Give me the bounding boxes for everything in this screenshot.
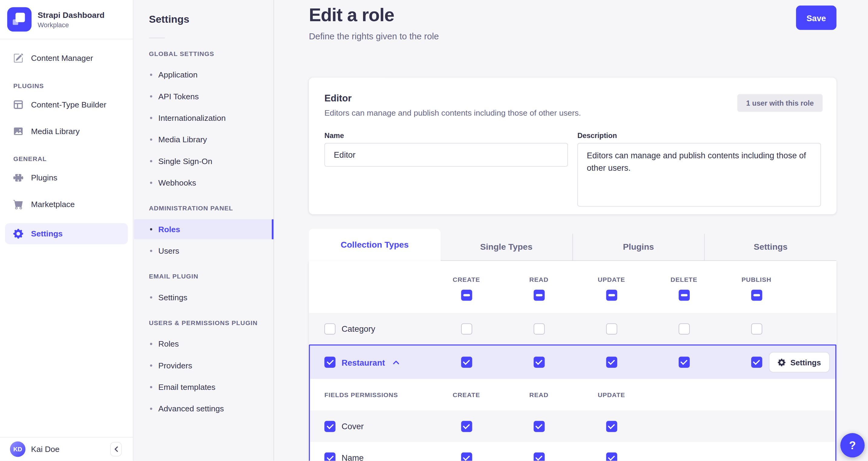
- page-title: Edit a role: [309, 4, 439, 26]
- category-create-checkbox[interactable]: [461, 323, 472, 335]
- row-label-cell: Name: [310, 452, 430, 461]
- cover-create-checkbox[interactable]: [461, 421, 472, 432]
- subnav-item-email-templates[interactable]: Email templates: [134, 377, 274, 397]
- select-all-publish-checkbox[interactable]: [751, 290, 762, 301]
- page-subtitle: Define the rights given to the role: [309, 31, 439, 41]
- category-delete-checkbox[interactable]: [678, 323, 689, 335]
- column-read: READ: [502, 261, 575, 313]
- restaurant-expanded-group: Restaurant Setting: [309, 344, 837, 461]
- puzzle-icon: [13, 173, 23, 183]
- subnav-item-application[interactable]: Application: [134, 65, 274, 85]
- sidebar-item-plugins[interactable]: Plugins: [0, 167, 133, 189]
- name-read-checkbox[interactable]: [533, 452, 545, 461]
- column-create: CREATE: [430, 261, 503, 313]
- users-with-role-badge[interactable]: 1 user with this role: [737, 94, 823, 112]
- select-all-read-checkbox[interactable]: [533, 290, 545, 301]
- page-header-text: Edit a role Define the rights given to t…: [309, 4, 439, 42]
- subnav-item-label: Single Sign-On: [158, 157, 212, 166]
- tab-single-types[interactable]: Single Types: [440, 234, 572, 261]
- cell: [575, 356, 648, 368]
- subnav-item-advanced-settings[interactable]: Advanced settings: [134, 399, 274, 419]
- row-label-cell: Category: [309, 323, 430, 335]
- sidebar-collapse-button[interactable]: [110, 442, 122, 457]
- subnav-section-email-plugin: EMAIL PLUGIN: [149, 273, 274, 280]
- subnav-item-label: Providers: [158, 361, 192, 370]
- description-field-group: Description Editors can manage and publi…: [577, 132, 821, 209]
- avatar[interactable]: KD: [10, 441, 25, 457]
- permissions-table: CREATE READ UPDATE DELETE PUBLISH: [309, 261, 837, 461]
- sidebar-item-marketplace[interactable]: Marketplace: [0, 194, 133, 215]
- name-label: Name: [324, 132, 568, 140]
- select-all-delete-checkbox[interactable]: [678, 290, 689, 301]
- description-input[interactable]: Editors can manage and publish contents …: [577, 143, 821, 206]
- restaurant-settings-button[interactable]: Settings: [769, 352, 830, 373]
- page-header: Edit a role Define the rights given to t…: [309, 0, 837, 41]
- save-button[interactable]: Save: [796, 5, 837, 30]
- row-label: Name: [342, 453, 364, 461]
- subnav-item-email-settings[interactable]: Settings: [134, 288, 274, 308]
- subnav-item-providers[interactable]: Providers: [134, 356, 274, 376]
- category-update-checkbox[interactable]: [606, 323, 617, 335]
- subnav-item-roles-admin[interactable]: Roles: [134, 220, 274, 239]
- sidebar-item-media-library[interactable]: Media Library: [0, 120, 133, 142]
- subnav-item-api-tokens[interactable]: API Tokens: [134, 86, 274, 106]
- fields-permissions-header: FIELDS PERMISSIONS CREATE READ UPDATE: [310, 379, 835, 410]
- pen-icon: [13, 53, 23, 63]
- cover-read-checkbox[interactable]: [533, 421, 545, 432]
- subnav-item-label: Advanced settings: [158, 404, 224, 413]
- table-row-cover: Cover: [310, 410, 835, 442]
- tab-collection-types[interactable]: Collection Types: [309, 229, 440, 261]
- subnav-item-webhooks[interactable]: Webhooks: [134, 173, 274, 193]
- sidebar-item-label: Content-Type Builder: [31, 100, 106, 109]
- cover-row-checkbox[interactable]: [324, 421, 336, 432]
- user-name: Kai Doe: [31, 445, 104, 454]
- restaurant-create-checkbox[interactable]: [461, 356, 472, 368]
- row-label[interactable]: Category: [342, 324, 375, 333]
- subnav-item-label: Webhooks: [158, 178, 196, 187]
- restaurant-delete-checkbox[interactable]: [678, 356, 689, 368]
- name-row-checkbox[interactable]: [324, 452, 336, 461]
- name-input[interactable]: [324, 143, 568, 167]
- subnav-item-media-library[interactable]: Media Library: [134, 129, 274, 149]
- category-read-checkbox[interactable]: [533, 323, 545, 335]
- sidebar-item-label: Content Manager: [31, 54, 93, 62]
- restaurant-publish-checkbox[interactable]: [751, 356, 762, 368]
- main-content: Edit a role Define the rights given to t…: [275, 0, 868, 461]
- select-all-update-checkbox[interactable]: [606, 290, 617, 301]
- spacer: [309, 261, 430, 313]
- tab-settings[interactable]: Settings: [704, 234, 837, 261]
- subnav-item-users[interactable]: Users: [134, 241, 274, 261]
- strapi-logo-icon: [7, 7, 32, 32]
- cover-update-checkbox[interactable]: [606, 421, 617, 432]
- subnav-item-single-sign-on[interactable]: Single Sign-On: [134, 151, 274, 171]
- subnav-section-users-permissions-plugin: USERS & PERMISSIONS PLUGIN: [149, 320, 274, 326]
- sidebar-item-settings[interactable]: Settings: [5, 223, 128, 244]
- subnav-item-roles-up[interactable]: Roles: [134, 334, 274, 354]
- name-update-checkbox[interactable]: [606, 452, 617, 461]
- cell: [430, 356, 503, 368]
- sidebar-item-content-manager[interactable]: Content Manager: [0, 47, 133, 69]
- column-label: UPDATE: [598, 276, 625, 283]
- select-all-create-checkbox[interactable]: [461, 290, 472, 301]
- category-row-checkbox[interactable]: [324, 323, 336, 335]
- name-create-checkbox[interactable]: [461, 452, 472, 461]
- table-row-name: Name: [310, 442, 835, 461]
- brand[interactable]: Strapi Dashboard Workplace: [0, 0, 133, 39]
- row-label-cell[interactable]: Restaurant: [310, 356, 430, 368]
- subnav-item-internationalization[interactable]: Internationalization: [134, 108, 274, 128]
- spacer: [793, 261, 837, 313]
- subnav-item-label: Users: [158, 247, 179, 255]
- restaurant-update-checkbox[interactable]: [606, 356, 617, 368]
- restaurant-row-checkbox[interactable]: [324, 356, 336, 368]
- category-publish-checkbox[interactable]: [751, 323, 762, 335]
- help-button[interactable]: ?: [840, 433, 865, 458]
- settings-button-label: Settings: [790, 358, 821, 367]
- cell: [648, 323, 720, 335]
- row-label[interactable]: Restaurant: [342, 357, 385, 367]
- sidebar-item-label: Marketplace: [31, 200, 75, 209]
- cell: [430, 452, 503, 461]
- tab-plugins[interactable]: Plugins: [572, 234, 704, 261]
- sidebar-item-content-type-builder[interactable]: Content-Type Builder: [0, 93, 133, 116]
- restaurant-read-checkbox[interactable]: [533, 356, 545, 368]
- cell: [430, 323, 503, 335]
